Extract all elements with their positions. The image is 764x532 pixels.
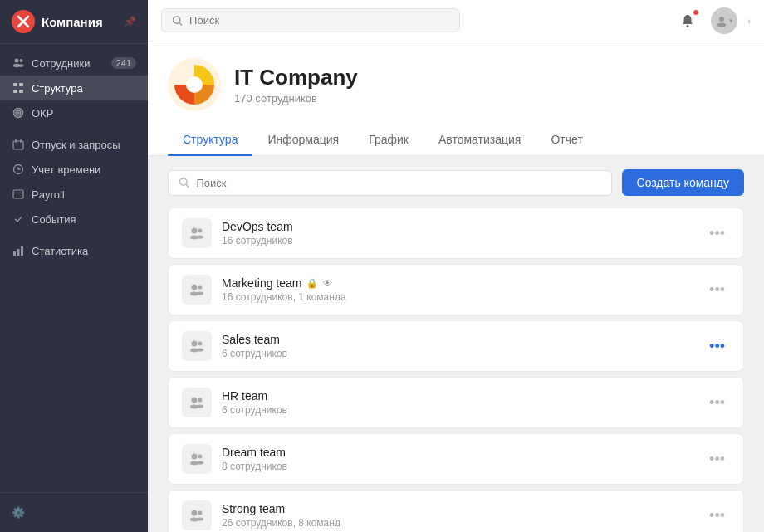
time-icon (12, 163, 25, 176)
employees-badge: 241 (111, 57, 136, 69)
company-info: IT Company 170 сотрудников (168, 58, 744, 111)
sidebar-item-okr-label: ОКР (32, 107, 53, 120)
pin-icon[interactable]: 📌 (124, 16, 136, 27)
sidebar-nav: Сотрудники 241 Структура ОКР (0, 44, 148, 492)
team-meta-dream: 8 сотрудников (222, 461, 694, 472)
tab-info[interactable]: Информация (252, 124, 354, 156)
tab-structure[interactable]: Структура (168, 124, 252, 156)
search-icon-content (179, 177, 189, 188)
svg-rect-20 (17, 249, 20, 256)
sidebar-item-stats[interactable]: Статистика (0, 238, 148, 263)
svg-point-25 (719, 17, 724, 22)
team-item-hr[interactable]: HR team 6 сотрудников ••• (168, 377, 744, 428)
team-actions-dream[interactable]: ••• (704, 447, 730, 471)
app-logo[interactable] (12, 10, 35, 33)
team-actions-marketing[interactable]: ••• (704, 278, 730, 302)
svg-point-26 (717, 22, 727, 27)
leave-icon (12, 138, 25, 151)
svg-point-4 (20, 59, 23, 62)
sidebar-item-okr[interactable]: ОКР (0, 100, 148, 125)
svg-point-24 (687, 25, 689, 27)
svg-point-5 (19, 64, 24, 67)
sidebar-item-structure[interactable]: Структура (0, 76, 148, 100)
team-actions-hr[interactable]: ••• (704, 391, 730, 415)
team-meta-strong: 26 сотрудников, 8 команд (222, 517, 694, 529)
team-name-strong: Strong team (222, 502, 694, 515)
team-name-marketing: Marketing team 🔒 👁 (222, 276, 694, 290)
sidebar-item-time[interactable]: Учет времени (0, 157, 148, 182)
team-info-strong: Strong team 26 сотрудников, 8 команд (222, 502, 694, 529)
user-avatar-button[interactable]: ▾ (711, 7, 737, 34)
tab-automation[interactable]: Автоматизация (424, 124, 536, 156)
company-logo (168, 58, 221, 111)
svg-rect-21 (21, 246, 23, 256)
notification-dot (693, 9, 699, 16)
svg-point-46 (197, 405, 203, 408)
svg-point-28 (186, 76, 203, 93)
svg-point-42 (197, 349, 203, 352)
svg-point-31 (192, 228, 198, 234)
team-icon-devops (182, 218, 212, 248)
sidebar-item-stats-label: Статистика (32, 245, 88, 257)
sidebar-item-events[interactable]: События (0, 207, 148, 232)
notifications-button[interactable] (674, 7, 701, 34)
topbar: ▾ › (148, 0, 764, 41)
team-icon-hr (182, 388, 212, 417)
company-text-info: IT Company 170 сотрудников (234, 65, 358, 105)
team-item-dream[interactable]: Dream team 8 сотрудников ••• (168, 433, 744, 485)
payroll-icon (12, 188, 25, 201)
main-content: ▾ › IT Company (148, 0, 764, 532)
team-info-marketing: Marketing team 🔒 👁 16 сотрудников, 1 ком… (222, 276, 694, 303)
team-name-sales: Sales team (222, 333, 694, 346)
team-icon-marketing (182, 275, 212, 305)
svg-point-43 (192, 398, 198, 403)
structure-icon (12, 81, 25, 95)
svg-point-39 (192, 341, 198, 347)
sidebar-item-employees[interactable]: Сотрудники 241 (0, 51, 148, 76)
team-actions-devops[interactable]: ••• (704, 222, 730, 246)
topbar-search-input[interactable] (189, 14, 449, 27)
sidebar-item-time-label: Учет времени (32, 164, 100, 176)
svg-point-29 (179, 178, 187, 186)
team-icon-strong (182, 500, 212, 530)
sidebar-company-title: Компания (42, 15, 103, 29)
sidebar-item-settings[interactable]: ⚙️ (12, 501, 136, 524)
svg-point-45 (198, 398, 203, 403)
svg-point-53 (198, 511, 203, 515)
tab-schedule[interactable]: График (354, 124, 424, 156)
team-item-marketing[interactable]: Marketing team 🔒 👁 16 сотрудников, 1 ком… (168, 264, 744, 315)
svg-rect-6 (13, 83, 17, 86)
team-item-devops[interactable]: DevOps team 16 сотрудников ••• (168, 207, 744, 259)
tab-report[interactable]: Отчет (536, 124, 597, 156)
content-search[interactable] (168, 170, 612, 196)
svg-rect-9 (19, 90, 23, 93)
svg-rect-13 (13, 141, 23, 149)
sidebar-item-payroll-label: Payroll (32, 188, 65, 201)
sidebar-footer: ⚙️ (0, 492, 148, 532)
team-item-sales[interactable]: Sales team 6 сотрудников ••• (168, 320, 744, 372)
team-actions-sales[interactable]: ••• (704, 334, 730, 359)
team-info-hr: HR team 6 сотрудников (222, 389, 694, 416)
team-name-hr: HR team (222, 389, 694, 403)
team-name-dream: Dream team (222, 446, 694, 459)
create-team-button[interactable]: Создать команду (622, 169, 744, 196)
sidebar-item-leave[interactable]: Отпуск и запросы (0, 132, 148, 157)
team-meta-sales: 6 сотрудников (222, 348, 694, 359)
sidebar-item-leave-label: Отпуск и запросы (32, 139, 120, 151)
content-search-input[interactable] (196, 177, 600, 189)
team-item-strong[interactable]: Strong team 26 сотрудников, 8 команд ••• (168, 490, 744, 532)
sidebar-item-employees-label: Сотрудники (32, 57, 90, 70)
team-meta-marketing: 16 сотрудников, 1 команда (222, 291, 694, 303)
sidebar-header: Компания 📌 (0, 0, 148, 44)
svg-point-11 (16, 110, 21, 115)
svg-line-23 (179, 22, 182, 25)
company-employees: 170 сотрудников (234, 92, 358, 105)
sidebar-item-payroll[interactable]: Payroll (0, 182, 148, 207)
topbar-search[interactable] (161, 8, 460, 32)
team-actions-strong[interactable]: ••• (704, 504, 730, 528)
content-area: Создать команду DevOps team 16 сотрудник… (148, 156, 764, 532)
events-icon (12, 212, 25, 226)
lock-icon: 🔒 (306, 278, 318, 289)
svg-point-50 (197, 461, 203, 465)
svg-point-51 (192, 510, 198, 516)
